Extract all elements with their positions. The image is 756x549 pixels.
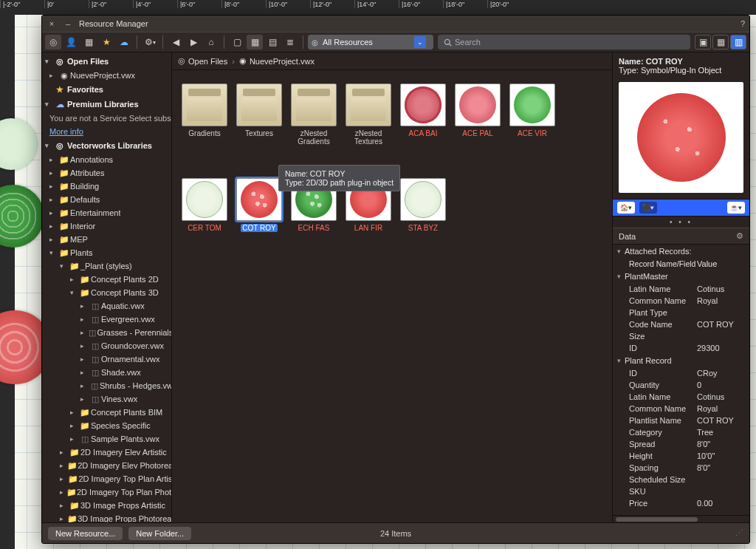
resource-item[interactable]: ACA BAI [398,83,448,146]
data-row[interactable]: Common NameRoyal [613,403,749,415]
sidebar-item-project[interactable]: ▸ ◉ NueveProject.vwx [42,69,171,82]
crumb-open-files[interactable]: ◎ Open Files [178,56,227,66]
sidebar-item[interactable]: ▸📁Concept Plants BIM [42,406,171,419]
sidebar-item[interactable]: ▸◫Sample Plants.vwx [42,432,171,446]
data-row[interactable]: IDCRoy [613,367,749,379]
data-row[interactable]: SKU [613,485,749,497]
data-row[interactable]: Latin NameCotinus [613,283,749,295]
layout-b-icon[interactable]: ▦ [712,35,729,50]
sidebar-item[interactable]: ▸📁2D Imagery Top Plan Artistic [42,472,171,485]
new-folder-button[interactable]: New Folder... [128,527,191,540]
star-icon[interactable]: ★ [98,35,114,50]
user-icon[interactable]: 👤 [63,35,79,50]
sidebar-item[interactable]: ▸◫Vines.vwx [42,392,171,406]
resource-item[interactable]: ECH FAS [289,178,339,232]
resource-item[interactable]: ACE PAL [453,83,503,146]
data-section-header[interactable]: Data ⚙ [613,228,749,245]
sidebar-tree[interactable]: ▾ ◎ Open Files ▸ ◉ NueveProject.vwx ★ Fa… [42,52,171,522]
crumb-project[interactable]: ◉ NueveProject.vwx [239,56,315,66]
section-favorites[interactable]: ★ Favorites [42,82,171,97]
data-row[interactable]: Height10'0" [613,450,749,462]
gear-icon[interactable]: ⚙ [736,231,743,241]
sidebar-item[interactable]: ▸📁3D Image Props Artistic [42,499,171,512]
resource-item[interactable]: CER TOM [179,178,230,232]
gear-icon[interactable]: ⚙▾ [142,35,158,50]
target-icon[interactable]: ◎ [45,35,61,50]
data-row[interactable]: Spacing8'0" [613,462,749,474]
titlebar[interactable]: × – Resource Manager ? [42,16,749,32]
sidebar-item[interactable]: ▸◫Grasses - Perennials.vwx [42,326,171,339]
view-3d-button[interactable]: ⬛▾ [639,202,657,214]
close-icon[interactable]: × [45,17,58,30]
search-input[interactable]: Search [438,35,690,50]
minimize-icon[interactable]: – [61,17,75,30]
help-icon[interactable]: ? [740,19,745,28]
resource-item[interactable]: zNested Textures [343,83,394,146]
section-premium-libraries[interactable]: ▾ ☁ Premium Libraries [42,97,171,112]
new-resource-button[interactable]: New Resource... [48,527,123,540]
section-open-files[interactable]: ▾ ◎ Open Files [42,54,171,69]
forward-icon[interactable]: ▶ [185,35,202,50]
view-2d-button[interactable]: 🏠▾ [617,202,635,214]
grid-icon[interactable]: ▦ [80,35,97,50]
sidebar-item[interactable]: ▸◫Groundcover.vwx [42,339,171,352]
record-group-header[interactable]: ▾PlantMaster [613,270,749,283]
sidebar-item[interactable]: ▸◫Shrubs - Hedges.vwx [42,379,171,392]
sidebar-item[interactable]: ▾📁Plants [42,246,171,259]
sidebar-item[interactable]: ▸📁Interior [42,219,171,233]
view-grid-icon[interactable]: ▦ [247,35,263,50]
sidebar-item[interactable]: ▸◫Shade.vwx [42,366,171,379]
sidebar-item[interactable]: ▾📁Concept Plants 3D [42,286,171,299]
data-row[interactable]: Plant Type [613,307,749,318]
resource-item[interactable]: Gradients [179,83,230,146]
sidebar-item[interactable]: ▸◫Ornamental.vwx [42,352,171,366]
data-row[interactable]: Scheduled Size [613,474,749,485]
data-row[interactable]: Spread8'0" [613,438,749,450]
resource-gallery[interactable]: GradientsTextureszNested GradientszNeste… [172,70,612,522]
home-icon[interactable]: ⌂ [203,35,219,50]
resource-filter-select[interactable]: All Resources ⌄ [308,35,433,50]
link-text[interactable]: More info [49,127,83,136]
sidebar-item[interactable]: ▸📁3D Image Props Photorealistic [42,512,171,522]
data-row[interactable]: Plantlist NameCOT ROY [613,415,749,426]
data-row[interactable]: Size [613,330,749,342]
sidebar-item[interactable]: ▸📁2D Imagery Elev Photorealistic [42,459,171,472]
data-row[interactable]: ID29300 [613,342,749,354]
resource-item[interactable]: ACE VIR [507,83,557,146]
resource-item[interactable]: zNested Gradients [289,83,339,146]
resize-grip-icon[interactable]: ⋰ [735,528,743,538]
data-row[interactable]: Common NameRoyal [613,295,749,307]
attached-records-header[interactable]: ▾Attached Records: [613,245,749,258]
resource-item[interactable]: COT ROY [234,178,284,232]
section-vectorworks-libraries[interactable]: ▾ ◎ Vectorworks Libraries [42,138,171,153]
view-thumb-icon[interactable]: ▤ [264,35,281,50]
layout-c-icon[interactable]: ▥ [730,35,746,50]
data-row[interactable]: Latin NameCotinus [613,391,749,403]
resource-item[interactable]: LAN FIR [343,178,394,232]
sidebar-item[interactable]: ▸📁Defaults [42,193,171,206]
sidebar-item[interactable]: ▸📁Concept Plants 2D [42,273,171,286]
drag-handle-icon[interactable]: • • • [613,216,749,228]
data-row[interactable]: CategoryTree [613,426,749,438]
sidebar-item[interactable]: ▸📁Building [42,180,171,193]
record-group-header[interactable]: ▾Plant Record [613,354,749,367]
data-row[interactable]: Price0.00 [613,497,749,509]
h-scrollbar[interactable] [613,515,749,522]
sidebar-item[interactable]: ▸📁Attributes [42,166,171,180]
data-row[interactable]: Code NameCOT ROY [613,318,749,330]
back-icon[interactable]: ◀ [168,35,184,50]
render-mode-button[interactable]: ☕▾ [727,202,745,214]
resource-item[interactable]: STA BYZ [398,178,448,232]
sidebar-item[interactable]: ▸◫Evergreen.vwx [42,313,171,326]
cloud-icon[interactable]: ☁ [116,35,132,50]
sidebar-item[interactable]: ▸📁MEP [42,233,171,246]
sidebar-item[interactable]: ▸📁Entertainment [42,206,171,219]
sidebar-item[interactable]: ▸📁2D Imagery Elev Artistic [42,446,171,459]
sidebar-item[interactable]: ▾📁_Plant (styles) [42,259,171,273]
layout-a-icon[interactable]: ▣ [695,35,711,50]
sidebar-item[interactable]: ▸📁Species Specific [42,419,171,432]
data-body[interactable]: ▾Attached Records:Record Name/FieldValue… [613,245,749,515]
view-folders-icon[interactable]: ▢ [229,35,245,50]
sidebar-item[interactable]: ▸📁2D Imagery Top Plan Photorealistic [42,485,171,499]
more-info-link[interactable]: More info [42,125,171,138]
